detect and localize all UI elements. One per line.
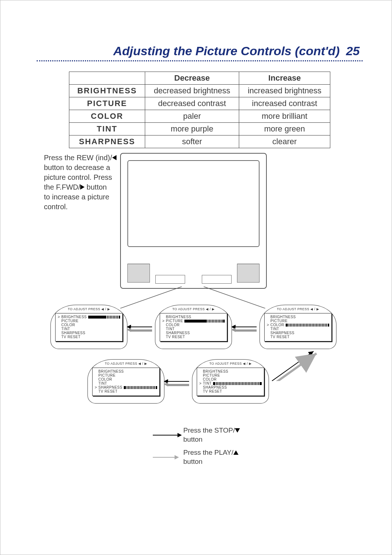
tv-speaker-right	[237, 264, 260, 283]
gray-arrow-icon	[153, 455, 178, 459]
osd-item: BRIGHTNESS	[95, 369, 157, 373]
osd-header: TO ADJUST PRESS ◀ / ▶	[192, 362, 269, 365]
level-bar	[88, 316, 120, 319]
osd-panel-sharpness: TO ADJUST PRESS ◀ / ▶ BRIGHTNESS PICTURE…	[87, 359, 164, 404]
tv-controls-left	[155, 275, 185, 284]
flow-arrow-gray-icon	[167, 384, 189, 386]
instr-line: button	[85, 183, 107, 191]
instr-line: control.	[44, 203, 68, 211]
tv-illustration	[120, 153, 267, 289]
row-inc: increased brightness	[239, 85, 330, 97]
tv-speaker-left	[127, 264, 150, 283]
osd-item: COLOR	[199, 377, 262, 381]
page-title: Adjusting the Picture Controls (cont'd) …	[37, 44, 363, 58]
table-row: SHARPNESS softer clearer	[69, 135, 330, 148]
osd-item: SHARPNESS	[267, 331, 329, 335]
row-label: COLOR	[69, 110, 145, 123]
osd-item: TV RESET	[162, 335, 225, 339]
osd-item: COLOR	[95, 377, 157, 381]
header-divider	[37, 60, 363, 61]
legend-item-stop: Press the STOP/ button	[153, 426, 240, 444]
osd-item: TINT	[267, 327, 329, 331]
osd-item: TV RESET	[267, 335, 329, 339]
osd-menu: BRIGHTNESS PICTURE COLOR TINT SHARPNESS …	[55, 313, 123, 341]
flow-arrow-icon	[167, 381, 189, 382]
osd-panel-picture: TO ADJUST PRESS ◀ / ▶ BRIGHTNESS PICTURE…	[155, 305, 232, 349]
osd-item: SHARPNESS	[58, 331, 120, 335]
table-row: TINT more purple more green	[69, 123, 330, 135]
row-dec: paler	[145, 110, 239, 123]
flow-arrow-gray-icon	[235, 329, 257, 332]
row-label: PICTURE	[69, 97, 145, 110]
osd-header: TO ADJUST PRESS ◀ / ▶	[155, 307, 232, 311]
svg-line-2	[272, 351, 314, 381]
instr-line: the F.FWD/	[44, 183, 80, 191]
level-bar	[213, 382, 262, 385]
instr-line: Press the REW (ind)/	[44, 154, 112, 162]
level-bar	[184, 320, 225, 323]
instruction-text: Press the REW (ind)/ button to decrease …	[44, 153, 117, 212]
osd-menu: BRIGHTNESS PICTURE COLOR TINT SHARPNESS …	[264, 313, 332, 341]
osd-header: TO ADJUST PRESS ◀ / ▶	[88, 362, 164, 365]
row-inc: more brilliant	[239, 110, 330, 123]
osd-item: COLOR	[58, 323, 120, 327]
osd-panel-tint: TO ADJUST PRESS ◀ / ▶ BRIGHTNESS PICTURE…	[192, 359, 269, 404]
flow-arrow-diag	[272, 348, 319, 381]
osd-panel-brightness: TO ADJUST PRESS ◀ / ▶ BRIGHTNESS PICTURE…	[50, 305, 127, 349]
level-bar	[124, 386, 157, 389]
row-dec: decreased contrast	[145, 97, 239, 110]
table-header-increase: Increase	[239, 72, 330, 85]
osd-item: TINT	[95, 381, 157, 385]
legend-text: button	[183, 458, 203, 465]
osd-item: BRIGHTNESS	[162, 315, 225, 319]
table-header-decrease: Decrease	[145, 72, 239, 85]
osd-item: PICTURE	[95, 373, 157, 377]
osd-item: COLOR	[267, 323, 329, 327]
flow-arrow-gray-icon	[130, 329, 152, 332]
table-row: BRIGHTNESS decreased brightness increase…	[69, 85, 330, 97]
picture-controls-table: Decrease Increase BRIGHTNESS decreased b…	[69, 72, 330, 148]
instr-line: to increase a picture	[44, 193, 109, 201]
osd-header: TO ADJUST PRESS ◀ / ▶	[51, 307, 127, 311]
osd-panel-color: TO ADJUST PRESS ◀ / ▶ BRIGHTNESS PICTURE…	[260, 305, 336, 349]
page-heading-text: Adjusting the Picture Controls (cont'd)	[113, 44, 340, 58]
osd-item: TINT	[162, 327, 225, 331]
row-label: BRIGHTNESS	[69, 85, 145, 97]
row-dec: more purple	[145, 123, 239, 135]
row-label: TINT	[69, 123, 145, 135]
row-inc: more green	[239, 123, 330, 135]
rewind-left-icon	[112, 155, 117, 160]
table-row: COLOR paler more brilliant	[69, 110, 330, 123]
osd-item: TV RESET	[199, 389, 262, 393]
flow-arrow-icon	[235, 327, 257, 327]
osd-menu: BRIGHTNESS PICTURE COLOR TINT SHARPNESS …	[160, 313, 227, 341]
instr-line: picture control. Press	[44, 173, 112, 181]
osd-item: TINT	[199, 381, 262, 385]
osd-menu: BRIGHTNESS PICTURE COLOR TINT SHARPNESS …	[197, 368, 264, 396]
osd-item: SHARPNESS	[199, 385, 262, 389]
osd-item: BRIGHTNESS	[267, 315, 329, 319]
table-header-blank	[69, 72, 145, 85]
instr-line: button to decrease a	[44, 163, 110, 171]
level-bar	[286, 324, 329, 327]
manual-page: Adjusting the Picture Controls (cont'd) …	[0, 0, 392, 555]
ffwd-right-icon	[80, 185, 85, 190]
row-dec: decreased brightness	[145, 85, 239, 97]
osd-item: PICTURE	[267, 319, 329, 323]
play-up-icon	[233, 450, 238, 455]
osd-item: PICTURE	[162, 319, 225, 323]
svg-line-3	[275, 353, 317, 381]
row-dec: softer	[145, 135, 239, 148]
osd-item: TV RESET	[95, 389, 157, 393]
solid-arrow-icon	[153, 435, 178, 436]
stop-down-icon	[235, 428, 240, 433]
row-inc: clearer	[239, 135, 330, 148]
osd-menu: BRIGHTNESS PICTURE COLOR TINT SHARPNESS …	[92, 368, 160, 396]
row-label: SHARPNESS	[69, 135, 145, 148]
legend-text: Press the PLAY/	[183, 449, 233, 456]
tv-controls-right	[202, 275, 232, 284]
legend-text: Press the STOP/	[183, 426, 235, 434]
osd-item: SHARPNESS	[162, 331, 225, 335]
osd-flow-area: TO ADJUST PRESS ◀ / ▶ BRIGHTNESS PICTURE…	[44, 305, 349, 436]
osd-item: PICTURE	[199, 373, 262, 377]
